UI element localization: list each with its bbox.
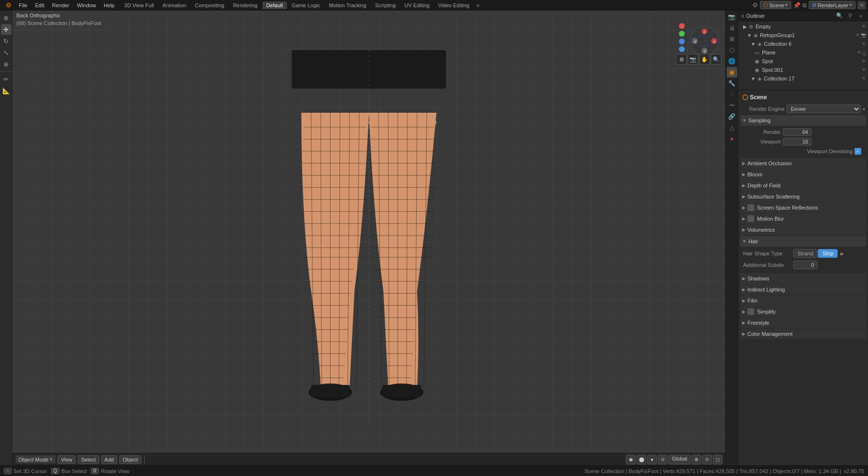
move-tool[interactable]: ✛ — [1, 24, 12, 35]
viewport-show-overlays[interactable]: ⊙ — [658, 455, 667, 464]
object-btn[interactable]: Object — [119, 455, 141, 464]
hair-strip-btn[interactable]: Strip — [818, 249, 838, 258]
hair-strip-expand-btn[interactable]: ▸ — [841, 250, 844, 257]
hair-header[interactable]: ▼ Hair — [740, 236, 866, 247]
props-tab-output[interactable]: 🖨 — [727, 23, 737, 33]
vis-eye-4[interactable]: 👁 — [857, 50, 861, 55]
tab-rendering[interactable]: Rendering — [229, 1, 261, 9]
snap-icon[interactable]: ⊕ — [692, 455, 701, 464]
render-engine-select[interactable]: Eevee Cycles Workbench — [787, 105, 861, 113]
sss-header[interactable]: ▶ Subsurface Scattering — [740, 191, 866, 202]
tab-gamelогic[interactable]: Game Logic — [288, 1, 324, 9]
outliner-item-col6[interactable]: ▼ ◈ Collection 6 👁 — [738, 40, 868, 48]
tab-motion-tracking[interactable]: Motion Tracking — [325, 1, 370, 9]
props-tab-world[interactable]: 🌐 — [727, 56, 737, 66]
viewport-shading-material[interactable]: ⬤ — [637, 455, 646, 464]
props-tab-constraints[interactable]: 🔗 — [727, 111, 737, 122]
measure-tool[interactable]: 📐 — [1, 85, 12, 96]
ambient-occlusion-header[interactable]: ▶ Ambient Occlusion — [740, 158, 866, 169]
hair-subdiv-input[interactable] — [793, 261, 817, 269]
add-workspace[interactable]: + — [474, 1, 482, 9]
vis-eye-2[interactable]: 👁 — [855, 33, 860, 38]
rotate-tool[interactable]: ↻ — [1, 36, 12, 46]
simplify-checkbox[interactable] — [747, 308, 754, 315]
props-tab-modifiers[interactable]: 🔧 — [727, 78, 737, 89]
outliner-item-col17[interactable]: ▼ ◈ Collection 17 👁 — [738, 74, 868, 83]
ssr-header[interactable]: ▶ Screen Space Reflections — [740, 202, 866, 213]
pin-icon[interactable]: 📌 — [793, 2, 800, 9]
engine-status-icon[interactable]: ⚙ — [752, 1, 758, 9]
mb-checkbox[interactable] — [747, 215, 754, 222]
props-tab-object[interactable]: ▣ — [727, 67, 737, 78]
render-layer-selector[interactable]: ⊞ RenderLayer ▾ — [809, 1, 855, 9]
freestyle-header[interactable]: ▶ Freestyle — [740, 317, 866, 328]
lock-view-btn[interactable]: ✋ — [699, 54, 710, 65]
outliner-item-empty[interactable]: ▶ ⊕ Empty 👁 — [738, 22, 868, 31]
dof-header[interactable]: ▶ Depth of Field — [740, 180, 866, 191]
vis-eye-7[interactable]: 👁 — [862, 76, 866, 81]
props-tab-render[interactable]: 📷 — [727, 12, 737, 22]
nav-sphere-svg[interactable]: Z X -Z -X — [688, 24, 721, 58]
cursor-tool[interactable]: ⊕ — [1, 13, 12, 23]
camera-view-btn[interactable]: 📷 — [688, 54, 698, 65]
search-btn[interactable]: 🔍 — [711, 54, 721, 65]
outliner-item-spot[interactable]: ◉ Spot 👁 — [738, 57, 868, 66]
ssr-checkbox[interactable] — [747, 204, 754, 211]
viewport-denoising-checkbox[interactable]: ✓ — [854, 148, 861, 155]
viewport-shading-solid[interactable]: ◉ — [626, 455, 636, 464]
props-tab-viewlayer[interactable]: ⊞ — [727, 34, 737, 44]
menu-blender[interactable]: ⊙ — [2, 0, 15, 10]
annotate-tool[interactable]: ✏ — [1, 74, 12, 84]
viewport-shading-render[interactable]: ● — [647, 455, 657, 464]
outliner-item-plane[interactable]: ▭ Plane 👁 △ — [738, 48, 868, 57]
xray-icon[interactable]: ◻ — [713, 455, 722, 464]
object-mode-btn[interactable]: Object Mode ▾ — [15, 455, 55, 463]
menu-window[interactable]: Window — [73, 1, 100, 9]
outliner-add-btn[interactable]: + — [856, 12, 865, 20]
add-btn[interactable]: Add — [101, 455, 118, 464]
view-btn[interactable]: View — [57, 455, 76, 464]
outliner-item-spot001[interactable]: ◉ Spot.001 👁 — [738, 66, 868, 74]
outliner-item-retopo[interactable]: ▼ ◈ RetopoGroup1 👁 📷 — [738, 31, 868, 40]
panel-close-icon[interactable]: ✕ — [857, 1, 866, 10]
vis-render[interactable]: 📷 — [861, 33, 866, 38]
hair-strand-btn[interactable]: Strand — [793, 249, 817, 258]
scene-selector[interactable]: ⬡ Scene ▾ — [760, 1, 791, 9]
shadows-header[interactable]: ▶ Shadows — [740, 273, 866, 284]
tab-3dview[interactable]: 3D View Full — [121, 1, 158, 9]
film-header[interactable]: ▶ Film — [740, 295, 866, 306]
menu-render[interactable]: Render — [48, 1, 73, 9]
indirect-lighting-header[interactable]: ▶ Indirect Lighting — [740, 284, 866, 295]
motion-blur-header[interactable]: ▶ Motion Blur — [740, 213, 866, 224]
proportional-edit[interactable]: ⊙ — [702, 455, 712, 464]
simplify-header[interactable]: ▶ Simplify — [740, 306, 866, 317]
color-management-header[interactable]: ▶ Color Management — [740, 329, 866, 339]
tab-animation[interactable]: Animation — [159, 1, 190, 9]
tab-video-editing[interactable]: Video Editing — [434, 1, 474, 9]
scale-tool[interactable]: ⤡ — [1, 47, 12, 58]
global-select[interactable]: Global — [668, 455, 691, 464]
transform-tool[interactable]: ⊕ — [1, 59, 12, 69]
tab-uv-editing[interactable]: UV Editing — [401, 1, 434, 9]
copy-icon[interactable]: ⧉ — [802, 2, 807, 9]
menu-edit[interactable]: Edit — [31, 1, 48, 9]
props-tab-physics[interactable]: 〜 — [727, 100, 737, 111]
vis-eye-3[interactable]: 👁 — [862, 41, 866, 46]
sampling-header[interactable]: ▼ Sampling — [740, 115, 866, 126]
outliner-search-btn[interactable]: 🔍 — [835, 12, 844, 20]
props-tab-data[interactable]: △ — [727, 122, 737, 133]
select-btn[interactable]: Select — [78, 455, 99, 464]
grid-view-btn[interactable]: ⊞ — [676, 54, 687, 65]
vis-eye-6[interactable]: 👁 — [862, 67, 866, 72]
menu-help[interactable]: Help — [100, 1, 119, 9]
menu-file[interactable]: File — [15, 1, 31, 9]
vis-eye-5[interactable]: 👁 — [862, 59, 866, 64]
tab-compositing[interactable]: Compositing — [191, 1, 228, 9]
volumetrics-header[interactable]: ▶ Volumetrics — [740, 225, 866, 235]
props-tab-particles[interactable]: ⁘ — [727, 89, 737, 100]
tab-scripting[interactable]: Scripting — [371, 1, 400, 9]
sampling-viewport-input[interactable] — [783, 138, 812, 145]
outliner-filter-btn[interactable]: ⚲ — [846, 12, 854, 20]
props-tab-scene[interactable]: ⬡ — [727, 45, 737, 55]
tab-default[interactable]: Default — [262, 1, 287, 9]
